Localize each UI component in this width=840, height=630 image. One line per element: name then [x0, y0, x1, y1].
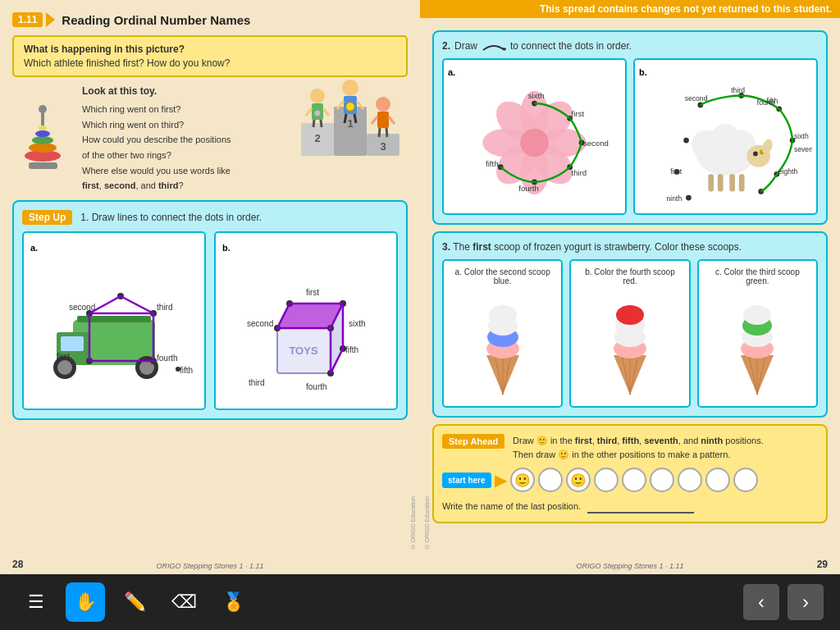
svg-text:first: first — [572, 109, 585, 118]
icecream-row: a. Color the second scoop blue. — [442, 259, 818, 408]
flower-svg-a: sixth first second third fourth fifth — [448, 79, 621, 206]
circle-5[interactable] — [622, 468, 646, 492]
svg-text:fourth: fourth — [157, 354, 178, 363]
circle-2[interactable] — [538, 468, 563, 492]
svg-point-30 — [35, 130, 50, 137]
page-number-right: 29 — [817, 559, 828, 570]
next-button[interactable]: › — [788, 584, 824, 620]
svg-text:fifth: fifth — [180, 366, 193, 375]
svg-text:first: first — [670, 167, 682, 176]
svg-line-17 — [321, 120, 322, 127]
prev-icon: ‹ — [758, 591, 765, 614]
svg-text:second: second — [685, 94, 708, 103]
write-prompt: Write the name of the last position. — [442, 501, 581, 511]
exercise-2-header: 2. Draw to connect the dots in order. — [442, 40, 818, 52]
svg-point-152 — [743, 305, 771, 325]
svg-point-6 — [342, 80, 358, 96]
icecream-c: c. Color the third scoop green. — [697, 259, 818, 408]
circle-6[interactable] — [650, 468, 674, 492]
write-line-row: Write the name of the last position. — [442, 499, 818, 514]
svg-line-11 — [354, 114, 356, 123]
circle-4[interactable] — [594, 468, 619, 492]
pencil-icon: ✏️ — [124, 591, 146, 613]
notification-bar: This spread contains changes not yet ret… — [420, 0, 840, 18]
svg-rect-19 — [377, 112, 389, 128]
svg-point-84 — [520, 129, 549, 158]
toolbar-right: ‹ › — [743, 584, 824, 620]
athletes-svg: 2 1 3 — [268, 45, 412, 164]
svg-text:ninth: ninth — [667, 194, 682, 203]
svg-point-38 — [57, 360, 72, 375]
step-up-header: Step Up 1. Draw lines to connect the dot… — [22, 210, 398, 225]
prev-button[interactable]: ‹ — [743, 584, 779, 620]
exercise-2-draw: Draw — [454, 40, 477, 52]
svg-line-10 — [345, 114, 346, 123]
icecream-b-label: b. Color the fourth scoop red. — [578, 267, 682, 285]
icecream-b: b. Color the fourth scoop red. — [569, 259, 690, 408]
circle-7[interactable] — [678, 468, 702, 492]
svg-text:sixth: sixth — [349, 319, 366, 328]
svg-text:sixth: sixth — [794, 132, 809, 140]
svg-rect-36 — [61, 336, 84, 351]
svg-point-115 — [683, 138, 689, 144]
icecream-c-svg — [728, 290, 786, 396]
svg-line-21 — [389, 116, 395, 124]
svg-text:sixth: sixth — [528, 91, 545, 100]
write-input-line[interactable] — [587, 499, 694, 514]
svg-text:first: first — [306, 288, 319, 297]
svg-text:fourth: fourth — [518, 184, 539, 193]
look-at-text: Look at this toy. — [82, 85, 231, 97]
ring-questions: Which ring went on first?Which ring went… — [82, 102, 231, 194]
curve-arrow-icon — [482, 40, 506, 52]
svg-line-23 — [386, 128, 387, 137]
exercise-2-instruction2: to connect the dots in order. — [510, 40, 632, 52]
right-page: This spread contains changes not yet ret… — [420, 0, 840, 574]
svg-line-15 — [323, 108, 329, 116]
svg-point-18 — [376, 97, 390, 112]
hand-icon: ✋ — [75, 591, 97, 613]
flower-diagrams: a. — [442, 58, 818, 215]
icecream-b-svg — [601, 290, 659, 396]
copyright-right: © ORIGO Education — [424, 496, 430, 550]
svg-text:third: third — [157, 303, 172, 312]
flower-a-label: a. — [448, 67, 455, 77]
icecream-a: a. Color the second scoop blue. — [442, 259, 563, 408]
truck-area: second first third fourth fifth — [30, 254, 198, 402]
eraser-button[interactable]: ⌫ — [164, 582, 203, 622]
circle-1[interactable]: 🙂 — [510, 468, 535, 492]
svg-text:fourth: fourth — [306, 382, 327, 391]
next-icon: › — [802, 591, 809, 614]
svg-line-16 — [313, 120, 314, 127]
step-ahead-header: Step Ahead Draw 🙂 in the first, third, f… — [442, 434, 818, 461]
diagram-b-cube: b. TOYS — [214, 231, 398, 410]
svg-point-136 — [489, 305, 517, 325]
circle-8[interactable] — [705, 468, 730, 492]
arrow-icon: ▶ — [495, 472, 507, 488]
svg-text:fifth: fifth — [345, 345, 358, 354]
start-here-btn: start here — [442, 472, 491, 488]
circle-3[interactable]: 🙂 — [566, 468, 591, 492]
step-ahead-badge: Step Ahead — [442, 434, 504, 449]
svg-point-24 — [346, 103, 354, 111]
toy-stacker — [12, 105, 74, 174]
exercise-2-box: 2. Draw to connect the dots in order. a. — [432, 30, 828, 225]
circle-9[interactable] — [733, 468, 758, 492]
svg-point-12 — [310, 89, 325, 103]
copyright-left: © ORIGO Education — [410, 496, 416, 550]
svg-point-31 — [39, 126, 47, 130]
menu-button[interactable]: ☰ — [16, 582, 56, 622]
svg-text:TOYS: TOYS — [289, 345, 317, 357]
circles-row: start here ▶ 🙂 🙂 — [442, 468, 818, 492]
badge-button[interactable]: 🏅 — [213, 582, 253, 622]
svg-text:1: 1 — [347, 117, 353, 130]
lesson-id: 1.11 — [12, 12, 43, 27]
arrow-icon — [46, 12, 55, 27]
exercise-3-header: 3. The first scoop of frozen yogurt is s… — [442, 241, 818, 253]
left-page: 1.11 Reading Ordinal Number Names What i… — [0, 0, 420, 574]
pencil-button[interactable]: ✏️ — [115, 582, 154, 622]
hand-button[interactable]: ✋ — [66, 582, 105, 622]
step-up-instruction: 1. Draw lines to connect the dots in ord… — [80, 212, 262, 223]
toolbar-left: ☰ ✋ ✏️ ⌫ 🏅 — [16, 582, 253, 622]
svg-point-54 — [176, 367, 180, 372]
step-up-badge: Step Up — [22, 210, 72, 225]
